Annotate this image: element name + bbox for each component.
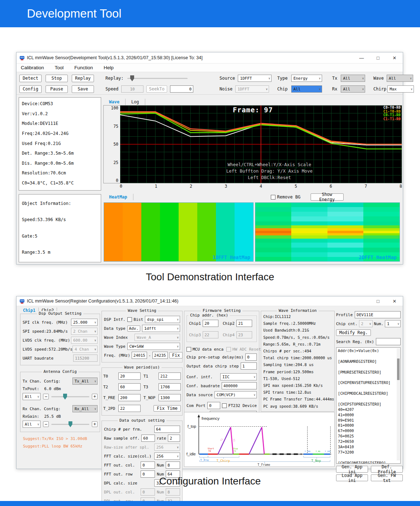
source-select[interactable]: 1DFFT∨ bbox=[238, 75, 272, 82]
spi-chan-select[interactable]: 2 Chan∨ bbox=[71, 328, 98, 335]
wave-index-select[interactable]: Wave_A∨ bbox=[135, 334, 180, 341]
rxgain-slider-thumb[interactable] bbox=[69, 421, 72, 427]
txpout-plus-button[interactable]: + bbox=[92, 394, 98, 399]
fix-button[interactable]: Fix bbox=[169, 352, 183, 359]
menu-calibration[interactable]: Calibration bbox=[21, 65, 44, 70]
uart-baud-input[interactable]: 115200 bbox=[73, 355, 98, 362]
fft-col-num-input[interactable]: 8 bbox=[166, 462, 180, 469]
show-energy-button[interactable]: Show Energy bbox=[311, 193, 344, 201]
replay-button[interactable]: Replay bbox=[72, 75, 94, 82]
tab-chip1[interactable]: Chip1 bbox=[20, 308, 39, 313]
modify-reg-button[interactable]: Modify Reg. bbox=[336, 329, 371, 336]
hw-adc-checkbox[interactable] bbox=[226, 347, 231, 352]
wave-select[interactable]: All∨ bbox=[387, 75, 413, 82]
presetup-input[interactable]: 0 bbox=[245, 353, 257, 361]
maximize-button[interactable]: □ bbox=[370, 52, 386, 63]
config-button[interactable]: Config bbox=[19, 85, 42, 93]
bist-checkbox[interactable] bbox=[127, 317, 132, 322]
ft232-checkbox[interactable] bbox=[222, 403, 227, 408]
menu-function[interactable]: Function bbox=[74, 65, 93, 70]
tab-log[interactable]: Log bbox=[126, 99, 145, 105]
rxgain-plus-button[interactable]: + bbox=[92, 421, 98, 427]
type-select[interactable]: Energy∨ bbox=[291, 75, 322, 82]
rx-chan-select[interactable]: Rx_All∨ bbox=[72, 405, 98, 412]
rxgain-slider[interactable] bbox=[51, 424, 89, 425]
chirp-step-input[interactable]: 1 bbox=[241, 362, 257, 370]
gen-app-ini-button[interactable]: Gen. App ini bbox=[336, 466, 368, 473]
chip2-input[interactable]: 21 bbox=[236, 320, 252, 327]
conf-baud-input[interactable]: 400000 bbox=[222, 382, 257, 389]
raw-off-input[interactable]: 60 bbox=[141, 435, 155, 442]
freq-min-input[interactable]: 24015 bbox=[132, 352, 147, 359]
detect-button[interactable]: Detect bbox=[19, 75, 42, 82]
menu-tool[interactable]: Tool bbox=[55, 65, 64, 70]
stop-button[interactable]: Stop bbox=[46, 75, 68, 82]
tx-chan-select[interactable]: Tx_All∨ bbox=[72, 378, 98, 385]
com-port-input[interactable]: 0 bbox=[207, 402, 220, 409]
chip-select[interactable]: All∨ bbox=[291, 85, 322, 93]
txpout-minus-button[interactable]: − bbox=[43, 394, 49, 399]
fix-time-button[interactable]: Fix Time bbox=[154, 405, 181, 412]
rx-all-select[interactable]: All∨ bbox=[23, 421, 41, 428]
search-reg-input[interactable] bbox=[376, 338, 401, 345]
menu-help[interactable]: Help bbox=[104, 65, 114, 70]
tab-wave[interactable]: Wave bbox=[103, 99, 126, 105]
t3-input[interactable]: 1708 bbox=[159, 383, 181, 390]
t0-input[interactable]: 20 bbox=[118, 373, 141, 380]
rxgain-minus-button[interactable]: − bbox=[43, 421, 49, 427]
register-scrollbar-thumb[interactable] bbox=[397, 359, 400, 380]
tab-heatmap[interactable]: HeatMap bbox=[103, 194, 133, 200]
remove-bg-checkbox[interactable] bbox=[271, 195, 275, 200]
seekto-button[interactable]: SeekTo bbox=[146, 85, 167, 93]
tnop-input[interactable]: 1300 bbox=[159, 394, 181, 401]
chip-cnt-select[interactable]: 2∨ bbox=[359, 320, 373, 327]
chip4-input[interactable]: 23 bbox=[236, 331, 252, 338]
dpl-col-num-input[interactable]: 8 bbox=[166, 488, 180, 496]
dpl-col-input[interactable]: 0 bbox=[141, 488, 155, 496]
lvds-chan-select[interactable]: 4 Chan∨ bbox=[72, 346, 98, 353]
heatmap-1dfft[interactable]: 1DFFT HeatMap bbox=[104, 202, 254, 262]
save-button[interactable]: Save bbox=[72, 85, 94, 93]
heatmap-2dfft[interactable]: 2DFFT HeatMap bbox=[255, 202, 400, 262]
spi-clk-select[interactable]: 25.000∨ bbox=[71, 319, 98, 326]
chirp-select[interactable]: Max∨ bbox=[387, 85, 414, 93]
rate-input[interactable]: 2 bbox=[168, 435, 180, 442]
conf-intf-select[interactable]: IIC∨ bbox=[220, 373, 257, 380]
data-type-select[interactable]: 1dfft∨ bbox=[142, 325, 180, 332]
rx-select[interactable]: All∨ bbox=[341, 85, 365, 93]
minimize-button[interactable]: — bbox=[353, 52, 370, 63]
close-button[interactable]: ✕ bbox=[386, 296, 403, 306]
profile-input[interactable]: DEV111E bbox=[355, 311, 401, 318]
raw-size-select[interactable]: 256∨ bbox=[154, 444, 180, 451]
t2pd-input[interactable]: 22 bbox=[118, 405, 141, 412]
fft-size-select[interactable]: 256∨ bbox=[154, 453, 180, 460]
freq-max-input[interactable]: 24235 bbox=[152, 352, 168, 359]
txpout-slider[interactable] bbox=[51, 396, 89, 397]
maximize-button[interactable]: □ bbox=[370, 296, 386, 306]
def-profile-button[interactable]: Def. Profile bbox=[371, 466, 403, 473]
fft-col-input[interactable]: 0 bbox=[141, 462, 155, 469]
seek-input[interactable]: 0 bbox=[170, 85, 193, 93]
chip1-input[interactable]: 20 bbox=[203, 320, 218, 327]
speed-input[interactable]: 10 bbox=[121, 85, 143, 93]
wave-plot[interactable]: Frame: 97 C0-T0-R0C1-T0-R0C0-T1-R0C1-T1-… bbox=[120, 106, 402, 183]
mcu-data-checkbox[interactable] bbox=[187, 347, 191, 352]
close-button[interactable]: ✕ bbox=[386, 52, 403, 63]
t1-input[interactable]: 212 bbox=[159, 373, 181, 380]
pause-button[interactable]: Pause bbox=[46, 85, 68, 93]
chip3-input[interactable]: 22 bbox=[203, 331, 218, 338]
dsp-intf-select[interactable]: dsp_spi∨ bbox=[145, 316, 180, 323]
register-list[interactable]: Addr(0x)=Value(0x)[AONRAMREGISTERO][PMUR… bbox=[336, 347, 401, 464]
replay-slider-thumb[interactable] bbox=[130, 75, 134, 81]
chirp-per-frame-input[interactable]: 64 bbox=[154, 426, 180, 433]
lvds-clk-select[interactable]: 600.00∨ bbox=[71, 337, 98, 344]
adv-button[interactable]: Adv. bbox=[127, 325, 141, 332]
num-select[interactable]: 1∨ bbox=[385, 320, 401, 327]
tx-select[interactable]: All∨ bbox=[341, 75, 365, 82]
tx-all-select[interactable]: All∨ bbox=[23, 393, 41, 400]
t2-input[interactable]: 60 bbox=[118, 383, 141, 390]
wave-type-select[interactable]: CW+SAW∨ bbox=[127, 343, 180, 350]
tpre-input[interactable]: 200 bbox=[118, 394, 141, 401]
register-scrollbar[interactable] bbox=[397, 348, 400, 460]
noise-select[interactable]: 1DFFT∨ bbox=[235, 85, 269, 93]
